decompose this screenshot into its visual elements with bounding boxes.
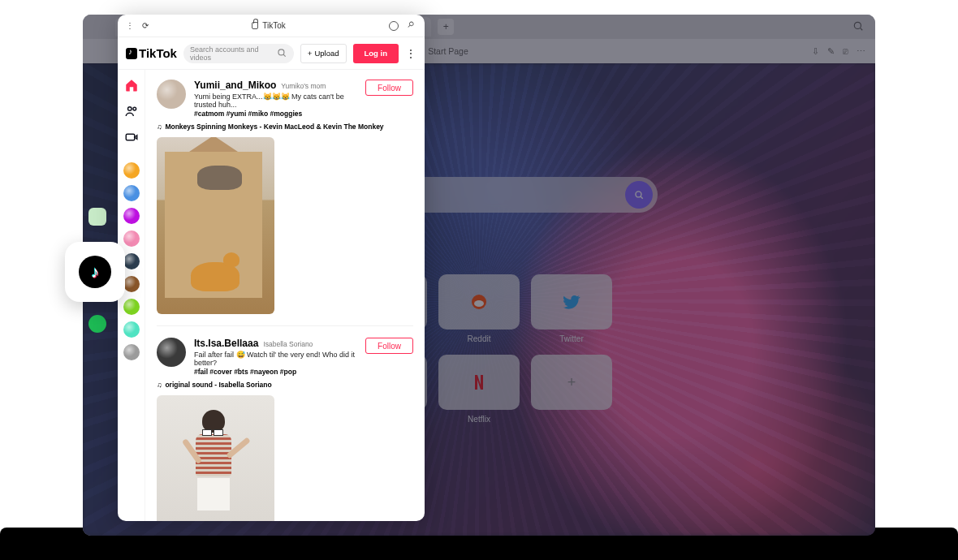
tiktok-floating-badge bbox=[65, 242, 125, 302]
post-video[interactable] bbox=[157, 395, 274, 521]
messenger-chip-icon[interactable] bbox=[88, 208, 106, 226]
reload-icon[interactable]: ⟳ bbox=[142, 21, 149, 30]
svg-rect-11 bbox=[126, 134, 135, 140]
post-caption: Fail after fail 😅 Watch til' the very en… bbox=[194, 351, 357, 367]
upload-button[interactable]: +Upload bbox=[300, 44, 347, 63]
svg-point-9 bbox=[127, 107, 132, 111]
music-note-icon: ♫ bbox=[157, 123, 162, 131]
suggested-avatar[interactable] bbox=[123, 299, 140, 315]
tiktok-search-input[interactable]: Search accounts and videos bbox=[183, 44, 294, 63]
sound-label: original sound - Isabella Soriano bbox=[165, 381, 271, 389]
snapshot-icon[interactable]: ⎚ bbox=[843, 46, 848, 56]
post-sound[interactable]: ♫Monkeys Spinning Monkeys - Kevin MacLeo… bbox=[157, 123, 413, 131]
speed-dial-label: Netflix bbox=[468, 415, 490, 424]
following-icon[interactable] bbox=[124, 104, 139, 118]
speed-dial-twitter[interactable] bbox=[531, 274, 612, 330]
suggested-avatar[interactable] bbox=[123, 344, 140, 360]
music-note-icon: ♫ bbox=[157, 381, 162, 389]
svg-line-1 bbox=[861, 28, 863, 31]
svg-point-0 bbox=[854, 22, 861, 28]
post-avatar[interactable] bbox=[157, 80, 186, 109]
feed-post: Its.Isa.Bellaaa Isabella Soriano Fail af… bbox=[157, 338, 413, 521]
emoji-icon[interactable] bbox=[389, 21, 399, 31]
post-sound[interactable]: ♫original sound - Isabella Soriano bbox=[157, 381, 413, 389]
post-video[interactable] bbox=[157, 137, 274, 314]
download-icon[interactable]: ⇩ bbox=[812, 46, 819, 56]
speed-dial-label: Twitter bbox=[559, 334, 583, 343]
search-icon bbox=[276, 47, 287, 60]
post-display-name: Yumiko's mom bbox=[281, 82, 326, 90]
search-tabs-icon[interactable] bbox=[852, 20, 864, 33]
screenshot-icon[interactable]: ✎ bbox=[827, 46, 835, 56]
suggested-accounts bbox=[123, 162, 140, 360]
suggested-avatar[interactable] bbox=[123, 185, 140, 201]
post-username[interactable]: Its.Isa.Bellaaa bbox=[194, 338, 258, 349]
tiktok-badge-icon bbox=[79, 256, 111, 288]
sound-label: Monkeys Spinning Monkeys - Kevin MacLeod… bbox=[165, 123, 383, 131]
lock-icon bbox=[252, 22, 258, 29]
svg-point-10 bbox=[132, 107, 136, 110]
tiktok-logo[interactable]: TikTok bbox=[126, 46, 177, 60]
suggested-avatar[interactable] bbox=[123, 162, 140, 179]
follow-button[interactable]: Follow bbox=[365, 338, 413, 354]
search-placeholder: Search accounts and videos bbox=[190, 45, 276, 62]
post-username[interactable]: Yumii_and_Mikoo bbox=[194, 80, 276, 91]
speed-dial-add[interactable]: + bbox=[531, 355, 612, 410]
login-button[interactable]: Log in bbox=[353, 44, 399, 63]
svg-point-5 bbox=[474, 300, 484, 307]
home-icon[interactable] bbox=[124, 78, 139, 93]
follow-button[interactable]: Follow bbox=[365, 80, 413, 96]
plus-icon: + bbox=[308, 49, 313, 58]
pin-icon[interactable]: ⚲ bbox=[405, 19, 419, 32]
suggested-avatar[interactable] bbox=[123, 230, 140, 247]
feed-post: Yumii_and_Mikoo Yumiko's mom Yumi being … bbox=[157, 80, 413, 326]
tiktok-logo-text: TikTok bbox=[139, 46, 177, 60]
tiktok-topbar: TikTok Search accounts and videos +Uploa… bbox=[118, 37, 425, 70]
svg-line-3 bbox=[641, 196, 643, 199]
speed-dial-reddit[interactable] bbox=[438, 274, 520, 330]
suggested-avatar[interactable] bbox=[123, 321, 140, 338]
tiktok-sidebar-panel: ⋮ ⟳ TikTok ⚲ TikTok Search accounts and … bbox=[118, 15, 425, 521]
spotify-chip-icon[interactable] bbox=[88, 315, 106, 333]
svg-point-2 bbox=[636, 192, 641, 197]
live-icon[interactable] bbox=[124, 130, 139, 144]
panel-menu-icon[interactable]: ⋮ bbox=[126, 21, 134, 30]
upload-label: Upload bbox=[314, 49, 339, 58]
svg-point-7 bbox=[278, 49, 284, 54]
tiktok-note-icon bbox=[126, 48, 137, 59]
post-hashtags[interactable]: #fail #cover #bts #nayeon #pop bbox=[194, 368, 357, 376]
post-display-name: Isabella Soriano bbox=[263, 340, 313, 348]
post-caption: Yumi being EXTRA...😹😹😹 My cats can't be … bbox=[194, 93, 357, 109]
new-tab-button[interactable]: + bbox=[438, 19, 454, 35]
more-options-icon[interactable]: ⋮ bbox=[405, 47, 416, 60]
suggested-avatar[interactable] bbox=[123, 253, 140, 269]
speed-dial-label: Reddit bbox=[468, 334, 491, 343]
svg-line-8 bbox=[283, 54, 286, 57]
post-hashtags[interactable]: #catmom #yumi #miko #moggies bbox=[194, 110, 357, 118]
extensions-icon[interactable]: ⋯ bbox=[857, 46, 865, 56]
panel-title: TikTok bbox=[262, 21, 286, 30]
tiktok-feed: Yumii_and_Mikoo Yumiko's mom Yumi being … bbox=[145, 70, 425, 521]
suggested-avatar[interactable] bbox=[123, 208, 140, 224]
post-avatar[interactable] bbox=[157, 338, 186, 367]
search-go-button[interactable] bbox=[625, 181, 653, 209]
panel-header: ⋮ ⟳ TikTok ⚲ bbox=[118, 15, 425, 37]
speed-dial-netflix[interactable] bbox=[438, 355, 520, 410]
suggested-avatar[interactable] bbox=[123, 276, 140, 292]
